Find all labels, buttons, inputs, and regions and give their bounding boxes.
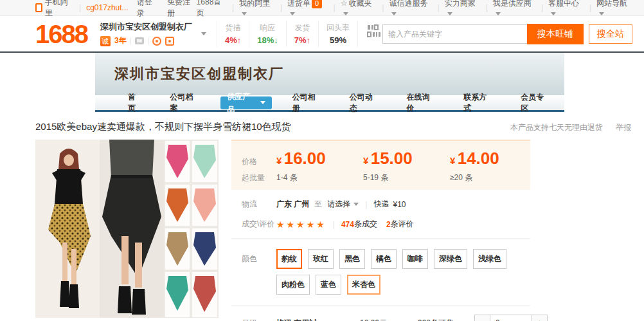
destination-select[interactable]: 请选择 [327,199,359,210]
color-option-coffee[interactable]: 咖啡 [402,249,428,269]
chevron-down-icon [551,12,556,15]
username-link[interactable]: cg017zhut... [86,3,128,12]
chevron-down-icon [599,12,604,15]
price-tier-2: ¥ 15.00 [363,149,450,169]
shop-banner: 深圳市宝安区创盟制衣厂 [95,53,564,95]
home-link[interactable]: 1688首页 [197,0,227,19]
color-option-rose[interactable]: 玫红 [308,249,334,269]
color-option-pink[interactable]: 肉粉色 [276,275,310,295]
support-menu[interactable]: 客服中心 [548,0,584,18]
product-detail: 价格 ¥ 16.00 ¥ 15.00 ¥ 14.00 起批量 [231,140,530,321]
medal-icon [152,37,161,46]
color-option-orange[interactable]: 橘色 [371,249,397,269]
chevron-down-icon [242,12,247,15]
size-label: 尺码 [231,318,276,321]
product-image[interactable] [35,140,219,318]
quantity-stepper: − + [474,315,548,321]
ship-from: 广东 广州 [276,199,309,210]
nav-products[interactable]: 供应产品 [220,96,272,109]
chevron-down-icon [353,203,359,206]
login-link[interactable]: 请登录 [137,0,159,19]
nav-members[interactable]: 会员专区 [507,92,564,114]
search-shop-button[interactable]: 搜本旺铺 [527,24,584,44]
search-area: 搜本旺铺 搜全站 [382,24,632,44]
rating-label: 成交\评价 [231,219,276,230]
price-label: 价格 [231,156,276,167]
return-policy-note: 本产品支持七天无理由退货 [510,122,603,133]
favorites-menu[interactable]: ☆收藏夹 [341,0,377,18]
seller-summary: 深圳市宝安区创盟制衣厂 诚 3年 [100,21,192,46]
register-link[interactable]: 免费注册 [167,0,196,19]
report-link[interactable]: 举报 [616,122,631,133]
color-option-dark-green[interactable]: 深绿色 [434,249,467,269]
top-right-menu: 1688首页 | 我的阿里 | 进货单0 | ☆收藏夹 | 诚信通服务 | 实力… [197,0,632,19]
search-site-button[interactable]: 搜全站 [589,24,632,44]
price-tier-3: ¥ 14.00 [450,149,537,169]
color-option-blue[interactable]: 蓝色 [316,275,341,295]
nav-company-profile[interactable]: 公司档案 [156,92,213,114]
site-header: 1688 深圳市宝安区创盟制衣厂 诚 3年 货描 4%↑ 响应 18%↓ [0,16,644,51]
color-option-beige[interactable]: 米杏色 [347,275,380,295]
logistics-row: 物流 广东 广州 至 请选择 | 快递 ¥10 [231,199,530,210]
price-box: 价格 ¥ 16.00 ¥ 15.00 ¥ 14.00 起批量 [231,140,530,190]
product-main: 价格 ¥ 16.00 ¥ 15.00 ¥ 14.00 起批量 [35,140,609,321]
logistics-label: 物流 [231,199,276,210]
page: 手机阿里 | cg017zhut... 请登录 免费注册 1688首页 | 我的… [0,0,644,321]
nav-inquiry[interactable]: 在线询价 [393,92,450,114]
stat-shipping: 发货 7%↑ [286,21,318,47]
size-stock: 992条可售 [418,318,474,321]
top-utility-bar: 手机阿里 | cg017zhut... 请登录 免费注册 1688首页 | 我的… [0,0,644,16]
seller-name[interactable]: 深圳市宝安区创盟制衣厂 [100,21,192,33]
moq-label: 起批量 [231,172,276,183]
nav-company-album[interactable]: 公司相册 [279,92,336,114]
mobile-ali-link[interactable]: 手机阿里 [45,0,74,19]
quantity-input[interactable] [490,315,532,321]
quantity-minus-button[interactable]: − [474,315,490,321]
nav-company-news[interactable]: 公司动态 [336,92,393,114]
star-rating: ★★★★★ [276,219,326,230]
moq-tier-2: 5-19 条 [363,172,450,183]
shipping-fee: ¥10 [393,200,406,209]
chevron-down-icon [496,12,501,15]
my-ali-menu[interactable]: 我的阿里 [239,0,275,18]
search-input[interactable] [382,24,527,44]
product-title-row: 2015欧美ebay速卖通爆款，不规则下摆半身雪纺裙10色现货 本产品支持七天无… [35,121,631,133]
stat-repeat-rate: 回头率 59% [318,21,357,47]
certificate-icon [165,37,174,46]
color-option-light-green[interactable]: 浅绿色 [473,249,506,269]
seller-stats: 货描 4%↑ 响应 18%↓ 发货 7%↑ 回头率 59% [217,21,382,47]
qr-code-icon[interactable] [357,21,382,47]
quantity-plus-button[interactable]: + [532,315,548,321]
to-label: 至 [314,199,322,210]
chevron-down-icon [391,12,397,15]
moq-tier-1: 1-4 条 [276,172,363,183]
services-menu[interactable]: 诚信通服务 [389,0,432,18]
color-option-leopard[interactable]: 豹纹 [276,249,302,269]
site-logo[interactable]: 1688 [35,21,87,47]
nav-contact[interactable]: 联系方式 [450,92,507,114]
deals-count[interactable]: 474 [341,220,354,229]
nav-home[interactable]: 首页 [114,92,156,114]
seller-chevron-down-icon[interactable] [201,32,206,35]
cart-menu[interactable]: 进货单0 [287,0,328,18]
mobile-phone-icon [35,3,42,12]
merchants-menu[interactable]: 实力商家 [445,0,481,18]
color-options: 豹纹 玫红 黑色 橘色 咖啡 深绿色 浅绿色 肉粉色 蓝色 米杏色 [276,249,528,295]
star-icon: ☆ [341,0,348,8]
color-option-black[interactable]: 黑色 [339,249,365,269]
stat-response: 响应 18%↓ [249,21,286,47]
cart-count-badge: 0 [312,0,322,8]
reviews-count[interactable]: 2 [386,220,391,229]
chevron-down-icon [447,12,452,15]
divider: | [79,3,81,12]
rating-row: 成交\评价 ★★★★★ | 474 条成交 2 条评价 [231,219,530,239]
supplier-menu[interactable]: 我是供应商 [493,0,536,18]
sitemap-menu[interactable]: 网站导航 [596,0,632,18]
printer-icon[interactable] [135,37,144,44]
member-years: 3年 [114,35,127,46]
chevron-down-icon [260,101,265,104]
color-label: 颜色 [231,249,276,264]
trust-badge-icon: 诚 [100,36,111,46]
shop-banner-title: 深圳市宝安区创盟制衣厂 [114,64,284,84]
chevron-down-icon [290,12,295,15]
